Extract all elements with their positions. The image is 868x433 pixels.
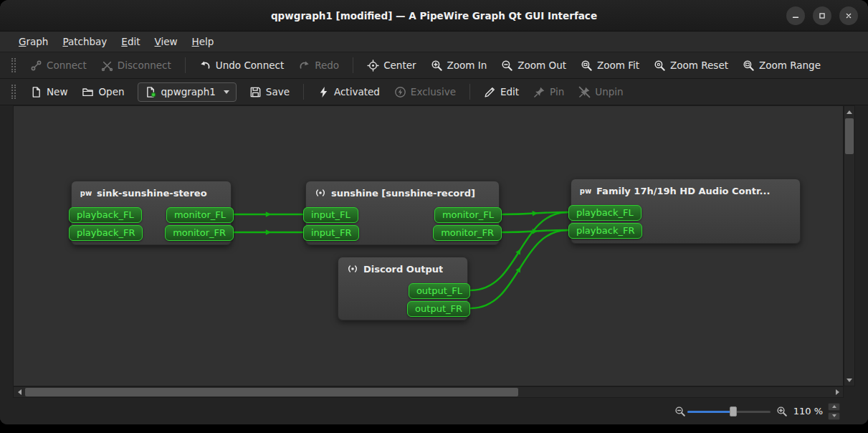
port-monitor-fl[interactable]: monitor_FL [166,207,234,223]
zoom-out-icon [501,60,513,72]
pipewire-icon [80,187,92,199]
zoom-in-icon[interactable] [776,406,788,417]
toolbar-label: Undo Connect [216,60,284,71]
close-button[interactable] [839,6,858,25]
menu-edit[interactable]: Edit [114,32,147,52]
port-playback-fr[interactable]: playback_FR [568,223,642,239]
toolbar-button-zoom-fit[interactable]: Zoom Fit [575,56,645,75]
toolbar-separator [469,84,470,100]
toolbar-button-connect[interactable]: Connect [24,56,92,75]
redo-icon [298,60,310,72]
zoom-percent-value: 110 % [793,406,823,417]
port-playback-fl[interactable]: playback_FL [69,207,142,223]
spin-down-button[interactable] [828,412,840,420]
audio-icon [315,187,326,199]
spin-up-button[interactable] [828,403,840,411]
menu-graph[interactable]: Graph [11,32,55,52]
port-monitor-fr[interactable]: monitor_FR [433,225,502,241]
menu-help[interactable]: Help [185,32,221,52]
node-sink[interactable]: sink-sunshine-stereoplayback_FLplayback_… [71,181,232,245]
toolbar-button-save[interactable]: Save [244,82,295,102]
toolbar-label: Exclusive [411,86,456,97]
toolbar-button-zoom-reset[interactable]: Zoom Reset [648,56,734,75]
port-input-fr[interactable]: input_FR [303,225,359,241]
zoom-fit-icon [581,60,593,72]
menu-view[interactable]: View [148,32,185,52]
graph-canvas[interactable]: sink-sunshine-stereoplayback_FLplayback_… [13,105,844,386]
slider-fill [687,411,733,413]
toolbar-handle-icon[interactable] [11,58,16,72]
toolbar-separator [303,84,304,100]
minimize-button[interactable] [786,6,805,25]
audio-icon [347,263,358,275]
node-sunshine[interactable]: sunshine [sunshine-record]input_FLinput_… [305,181,500,245]
scroll-left-button[interactable] [14,387,24,397]
exclusive-icon [394,86,406,98]
zoom-in-icon [431,60,443,72]
spin-arrows [828,403,840,420]
zoom-out-icon[interactable] [674,406,686,417]
toolbar-button-open[interactable]: Open [76,82,130,102]
horizontal-scrollbar-thumb[interactable] [25,388,518,396]
node-header: sunshine [sunshine-record] [306,181,499,201]
vertical-scrollbar-thumb[interactable] [845,118,854,154]
statusbar: 110 % [0,398,868,424]
menu-patchbay[interactable]: Patchbay [55,32,114,52]
triangle-down-icon [832,414,836,417]
triangle-down-icon [846,379,852,382]
toolbar-button-zoom-out[interactable]: Zoom Out [495,56,572,75]
port-input-fl[interactable]: input_FL [303,207,358,223]
maximize-button[interactable] [813,6,831,25]
scroll-down-button[interactable] [844,375,854,385]
zoom-spinbox[interactable]: 110 % [793,403,840,420]
dropdown-arrow-icon [224,90,229,94]
zoom-slider[interactable] [687,406,771,417]
toolbar-button-disconnect[interactable]: Disconnect [95,56,177,75]
toolbar-label: Redo [315,60,339,71]
toolbar-button-edit[interactable]: Edit [478,82,525,102]
toolbar-label: Zoom Reset [670,60,728,71]
zoom-range-icon [743,60,755,72]
toolbar-button-undo-connect[interactable]: Undo Connect [194,56,290,75]
toolbar-label: Zoom Fit [597,60,639,71]
app-window: qpwgraph1 [modified] — A PipeWire Graph … [0,0,868,424]
toolbar-separator [185,57,186,73]
toolbar-label: Connect [47,60,87,71]
port-playback-fl[interactable]: playback_FL [568,205,642,221]
save-icon [249,86,262,98]
toolbar-button-zoom-in[interactable]: Zoom In [425,56,493,75]
horizontal-scrollbar[interactable] [13,386,844,398]
slider-handle[interactable] [730,406,737,417]
vertical-scrollbar[interactable] [844,105,855,386]
window-controls [786,6,858,25]
toolbar-button-activated[interactable]: Activated [312,82,386,102]
connect-icon [30,60,42,72]
triangle-right-icon [836,389,839,395]
toolbar-button-center[interactable]: Center [361,56,421,75]
connections-layer [14,106,843,386]
center-icon [367,60,379,72]
toolbar-separator [353,57,353,73]
port-output-fr[interactable]: output_FR [407,301,470,317]
port-monitor-fl[interactable]: monitor_FL [434,207,502,223]
toolbar-button-redo[interactable]: Redo [292,56,345,75]
port-monitor-fr[interactable]: monitor_FR [165,225,234,241]
toolbar-handle-icon[interactable] [11,85,16,99]
node-header: Family 17h/19h HD Audio Contr... [571,179,800,199]
node-discord[interactable]: Discord Outputoutput_FLoutput_FR [338,257,468,320]
toolbar-button-new[interactable]: New [24,82,73,102]
scroll-up-button[interactable] [844,107,854,117]
port-playback-fr[interactable]: playback_FR [69,225,143,241]
triangle-left-icon [18,389,22,395]
toolbar-button-zoom-range[interactable]: Zoom Range [737,56,826,75]
titlebar[interactable]: qpwgraph1 [modified] — A PipeWire Graph … [0,0,868,32]
port-output-fl[interactable]: output_FL [409,283,470,299]
edit-icon [484,86,496,98]
toolbar-button-exclusive[interactable]: Exclusive [388,82,462,102]
patchbay-selector-combo[interactable]: qpwgraph1 [138,82,237,102]
toolbar-button-pin[interactable]: Pin [528,82,570,102]
node-family[interactable]: Family 17h/19h HD Audio Contr...playback… [571,179,801,244]
toolbar-button-unpin[interactable]: Unpin [573,82,629,102]
patchbay-file-icon [145,86,157,98]
scroll-right-button[interactable] [832,387,842,397]
